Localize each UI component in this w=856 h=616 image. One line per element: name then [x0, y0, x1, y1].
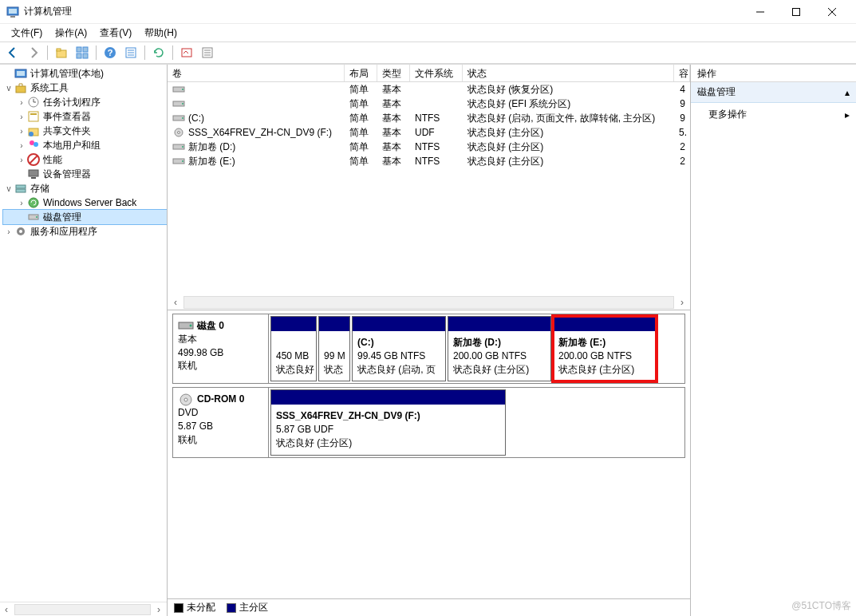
cdrom-0-row[interactable]: CD-ROM 0 DVD 5.87 GB 联机 SSS_X64FREV_ZH-C… [172, 387, 685, 457]
vol-layout: 简单 [345, 112, 377, 125]
actions-section-label: 磁盘管理 [697, 85, 736, 99]
svg-rect-41 [16, 189, 26, 192]
disk-0-type: 基本 [178, 333, 263, 346]
disk-0-partition[interactable]: 新加卷 (D:)200.00 GB NTFS状态良好 (主分区) [448, 316, 551, 381]
svg-rect-2 [10, 16, 15, 18]
vol-layout: 简单 [345, 140, 377, 154]
vol-fs: NTFS [410, 156, 463, 167]
svg-rect-10 [83, 47, 88, 52]
tree-system-tools[interactable]: v系统工具 [3, 81, 167, 95]
tree-wsb[interactable]: ›Windows Server Back [3, 195, 167, 210]
vol-cap: 9 [674, 98, 690, 109]
tree-services-apps[interactable]: ›服务和应用程序 [3, 224, 167, 239]
volume-hscroll[interactable]: ‹› [168, 295, 690, 310]
settings-button[interactable] [177, 44, 196, 61]
collapse-icon: ▴ [845, 87, 850, 98]
tree-hscroll[interactable]: ‹› [0, 602, 167, 616]
disk-icon [172, 142, 185, 152]
disk-0-partition[interactable]: 450 MB状态良好 [270, 316, 317, 381]
tree-event-viewer[interactable]: ›事件查看器 [3, 109, 167, 124]
disk-0-row[interactable]: 磁盘 0 基本 499.98 GB 联机 450 MB状态良好99 M状态(C:… [172, 314, 685, 384]
volume-header[interactable]: 卷 布局 类型 文件系统 状态 容 [168, 65, 690, 82]
minimize-button[interactable] [742, 0, 778, 24]
volume-rows[interactable]: 简单基本状态良好 (恢复分区)4简单基本状态良好 (EFI 系统分区)9(C:)… [168, 82, 690, 295]
part-status: 状态 [324, 364, 343, 375]
disk-icon [172, 99, 185, 109]
legend-primary-label: 主分区 [239, 601, 268, 614]
svg-point-48 [182, 89, 183, 90]
tree-label: 性能 [43, 153, 62, 167]
tree-shared-folders[interactable]: ›共享文件夹 [3, 124, 167, 138]
props-button[interactable] [121, 44, 140, 61]
tree-local-users[interactable]: ›本地用户和组 [3, 138, 167, 152]
nav-back-button[interactable] [3, 44, 22, 61]
disk-icon [172, 156, 185, 166]
menu-help[interactable]: 帮助(H) [138, 25, 183, 41]
volume-row[interactable]: 简单基本状态良好 (EFI 系统分区)9 [168, 97, 690, 111]
tree-device-manager[interactable]: 设备管理器 [3, 167, 167, 181]
disk-0-size: 499.98 GB [178, 346, 263, 360]
menu-view[interactable]: 查看(V) [93, 25, 138, 41]
legend-unalloc-swatch [174, 603, 183, 613]
menu-file[interactable]: 文件(F) [5, 25, 49, 41]
tree-storage[interactable]: v存储 [3, 181, 167, 195]
col-capacity[interactable]: 容 [674, 65, 690, 81]
vol-cap: 4 [674, 84, 690, 95]
list-button[interactable] [198, 44, 217, 61]
vol-type: 基本 [377, 97, 410, 111]
refresh-button[interactable] [149, 44, 168, 61]
vol-name: SSS_X64FREV_ZH-CN_DV9 (F:) [188, 127, 332, 138]
tree-performance[interactable]: ›性能 [3, 152, 167, 167]
svg-rect-4 [792, 8, 799, 15]
actions-header: 操作 [691, 65, 856, 82]
menu-action[interactable]: 操作(A) [49, 25, 93, 41]
vol-cap: 2 [674, 141, 690, 152]
menubar: 文件(F) 操作(A) 查看(V) 帮助(H) [0, 24, 856, 41]
vol-type: 基本 [377, 140, 410, 154]
volume-row[interactable]: SSS_X64FREV_ZH-CN_DV9 (F:)简单基本UDF状态良好 (主… [168, 125, 690, 140]
tree[interactable]: 计算机管理(本地) v系统工具 ›任务计划程序 ›事件查看器 ›共享文件夹 ›本… [0, 65, 167, 602]
tree-disk-management[interactable]: 磁盘管理 [3, 210, 167, 224]
tree-label: 共享文件夹 [43, 124, 91, 138]
vol-layout: 简单 [345, 97, 377, 111]
volume-row[interactable]: (C:)简单基本NTFS状态良好 (启动, 页面文件, 故障转储, 主分区)9 [168, 111, 690, 125]
tree-label: Windows Server Back [43, 197, 136, 208]
cdrom-0-volume[interactable]: SSS_X64FREV_ZH-CN_DV9 (F:) 5.87 GB UDF 状… [270, 389, 506, 455]
legend-primary-swatch [227, 603, 236, 613]
close-button[interactable] [814, 0, 850, 24]
tree-task-scheduler[interactable]: ›任务计划程序 [3, 95, 167, 109]
vol-status: 状态良好 (主分区) [463, 155, 674, 168]
part-title: (C:) [357, 337, 374, 348]
vol-layout: 简单 [345, 83, 377, 97]
svg-point-60 [190, 325, 192, 327]
volume-row[interactable]: 新加卷 (D:)简单基本NTFS状态良好 (主分区)2 [168, 140, 690, 154]
view-button[interactable] [73, 44, 92, 61]
actions-section[interactable]: 磁盘管理 ▴ [691, 82, 856, 103]
svg-point-44 [36, 216, 37, 218]
col-fs[interactable]: 文件系统 [410, 65, 463, 81]
svg-rect-39 [31, 177, 36, 179]
volume-row[interactable]: 简单基本状态良好 (恢复分区)4 [168, 82, 690, 97]
svg-rect-12 [83, 53, 88, 58]
cdrom-0-status: 联机 [178, 433, 263, 447]
actions-more[interactable]: 更多操作 ▸ [691, 103, 856, 126]
maximize-button[interactable] [778, 0, 814, 24]
col-status[interactable]: 状态 [463, 65, 674, 81]
svg-rect-25 [17, 71, 25, 76]
cdrom-vol-status: 状态良好 (主分区) [276, 437, 352, 448]
col-volume[interactable]: 卷 [168, 65, 345, 81]
svg-point-62 [184, 398, 187, 401]
part-size: 99.45 GB NTFS [357, 350, 425, 361]
disk-0-partition[interactable]: 99 M状态 [318, 316, 350, 381]
volume-row[interactable]: 新加卷 (E:)简单基本NTFS状态良好 (主分区)2 [168, 154, 690, 168]
tree-root[interactable]: 计算机管理(本地) [3, 66, 167, 81]
col-type[interactable]: 类型 [377, 65, 410, 81]
disk-0-partition[interactable]: 新加卷 (E:)200.00 GB NTFS状态良好 (主分区) [553, 316, 657, 381]
help-button[interactable]: ? [101, 44, 120, 61]
disk-0-partition[interactable]: (C:)99.45 GB NTFS状态良好 (启动, 页 [352, 316, 446, 381]
nav-forward-button[interactable] [24, 44, 43, 61]
part-size: 200.00 GB NTFS [558, 350, 632, 361]
watermark: @51CTO博客 [791, 599, 851, 613]
col-layout[interactable]: 布局 [345, 65, 377, 81]
up-button[interactable] [52, 44, 71, 61]
